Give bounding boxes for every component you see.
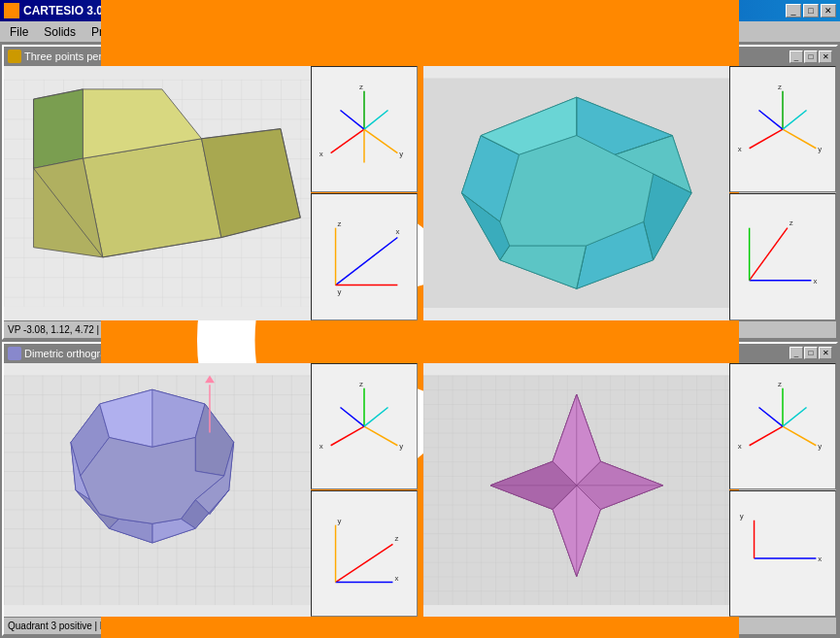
subwin2-top-side-view[interactable]: z y x <box>729 66 836 192</box>
subwin4-content: z y x x y <box>423 363 837 618</box>
subwin4-side-views: z y x x y <box>729 363 836 618</box>
svg-text:y: y <box>818 145 822 153</box>
subwin1-side-views: z y x x z y <box>311 66 418 320</box>
subwin3-top-side-view[interactable]: z y x <box>311 363 418 489</box>
svg-text:z: z <box>359 83 363 91</box>
svg-text:z: z <box>359 379 363 387</box>
svg-text:x: x <box>818 554 822 563</box>
subwin2-side-views: z y x x z <box>729 66 836 320</box>
svg-text:x: x <box>394 573 398 582</box>
subwin3-side-views: z y x x z y <box>311 363 418 618</box>
window-three-points-perspective: Three points perspective _ □ ✕ <box>2 45 420 340</box>
svg-rect-61 <box>730 209 835 304</box>
app-icon: C <box>4 3 19 18</box>
subwin4-bottom-side-view[interactable]: x y <box>729 490 836 617</box>
subwin3-axes-top: z y x <box>312 364 417 488</box>
subwin4-top-side-view[interactable]: z y x <box>729 363 836 489</box>
svg-text:y: y <box>818 441 822 450</box>
subwin3-axes-bottom: x z y <box>312 491 417 616</box>
subwin2-content: z y x x z <box>423 66 837 320</box>
subwin2-main-view[interactable] <box>423 66 730 320</box>
svg-text:y: y <box>399 441 403 450</box>
svg-text:x: x <box>319 150 322 158</box>
subwin4-axes-top: z y x <box>730 364 835 488</box>
subwin2-bottom-side-view[interactable]: x z <box>729 193 836 319</box>
subwin2-axes-bottom: x z <box>730 194 835 319</box>
svg-text:z: z <box>778 379 782 387</box>
svg-text:x: x <box>395 227 399 236</box>
subwin1-main-view[interactable] <box>4 66 311 320</box>
svg-text:x: x <box>738 145 742 153</box>
subwin1-top-side-view[interactable]: z y x <box>311 66 418 192</box>
subwin2-axes-top: z y x <box>730 67 835 191</box>
svg-text:y: y <box>337 516 341 524</box>
subwin4-shape <box>423 363 730 618</box>
svg-text:z: z <box>394 534 398 543</box>
svg-text:y: y <box>740 512 744 520</box>
subwin1-bottom-side-view[interactable]: x z y <box>311 193 418 319</box>
svg-text:y: y <box>399 150 403 158</box>
svg-text:x: x <box>738 441 742 450</box>
svg-text:x: x <box>319 441 322 450</box>
svg-text:x: x <box>813 277 817 285</box>
subwin3-shape <box>4 363 311 618</box>
subwin3-bottom-side-view[interactable]: x z y <box>311 490 418 617</box>
title-bar-left: C CARTESIO 3.03e <box>4 3 116 18</box>
subwin3-main-view[interactable] <box>4 363 311 618</box>
subwin1-content: z y x x z y <box>4 66 418 320</box>
svg-marker-5 <box>83 139 220 257</box>
subwin4-main-view[interactable] <box>423 363 730 618</box>
svg-rect-26 <box>312 209 417 304</box>
subwin4-axes-bottom: x y <box>730 491 835 616</box>
subwin1-axes-bottom: x z y <box>312 194 417 319</box>
subwin1-axes-top: z y x <box>312 67 417 191</box>
window-dimetric-oblique: Dimetric oblique axonometry - 90°,120°,1… <box>421 45 839 340</box>
title-bar: C CARTESIO 3.03e _ □ ✕ <box>0 0 840 21</box>
svg-text:z: z <box>790 218 793 227</box>
svg-text:y: y <box>337 288 341 297</box>
svg-marker-4 <box>34 89 84 168</box>
svg-rect-92 <box>312 506 417 601</box>
subwin1-grid <box>4 66 311 320</box>
window-orthographic: Orthographic projection _ □ ✕ <box>421 342 839 637</box>
subwin3-content: z y x x z y <box>4 363 418 618</box>
window-dimetric-orthographic: Dimetric orthographic axonometry: 130°,.… <box>2 342 420 637</box>
svg-text:z: z <box>778 83 782 91</box>
subwin2-shape <box>423 66 730 320</box>
svg-text:z: z <box>337 219 341 228</box>
